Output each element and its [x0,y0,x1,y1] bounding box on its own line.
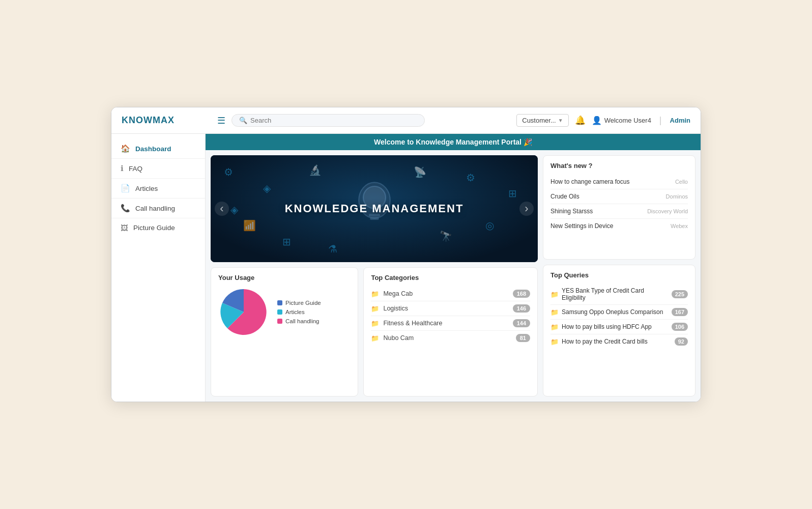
bell-icon[interactable]: 🔔 [575,115,586,126]
top-queries-card: Top Queries 📁 YES Bank Type of Credit Ca… [543,265,695,397]
category-name-0: Mega Cab [383,290,413,297]
category-left-2: 📁 Fitness & Healthcare [371,320,442,327]
legend-dot-articles [277,309,282,315]
articles-icon: 📄 [121,184,130,193]
category-row-3[interactable]: 📁 Nubo Cam 81 [371,331,530,345]
query-badge-3: 92 [675,337,688,346]
whats-new-row-3[interactable]: New Settings in Device Webex [550,219,688,233]
user-info: 👤 Welcome User4 [592,116,651,125]
svg-rect-3 [370,217,379,220]
category-row-0[interactable]: 📁 Mega Cab 168 [371,287,530,301]
main-content: Welcome to Knowledge Management Portal 🎉… [206,134,701,402]
folder-icon-3: 📁 [371,334,379,342]
whats-new-row-0[interactable]: How to change camera focus Cello [550,175,688,189]
logo: KNOWMAX [122,115,203,126]
search-bar[interactable]: 🔍 [231,114,425,127]
folder-icon-1: 📁 [371,305,379,313]
legend-label-call-handling: Call handling [285,318,320,324]
query-folder-icon-2: 📁 [550,323,559,331]
info-icon: ℹ [121,164,124,173]
query-badge-2: 106 [672,323,688,331]
query-badge-0: 225 [672,290,688,298]
phone-icon: 📞 [121,204,130,213]
sidebar-label-call-handling: Call handling [135,205,175,212]
whats-new-item-0: How to change camera focus [550,178,629,185]
menu-icon[interactable]: ☰ [217,115,225,126]
query-row-0[interactable]: 📁 YES Bank Type of Credit Card Eligibili… [550,284,688,305]
query-row-1[interactable]: 📁 Samsung Oppo Oneplus Comparison 167 [550,305,688,320]
usage-legend: Picture Guide Articles Call handling [277,300,321,324]
category-left-1: 📁 Logistics [371,305,408,313]
query-badge-1: 167 [672,308,688,316]
category-name-2: Fitness & Healthcare [383,320,442,327]
whats-new-row-1[interactable]: Crude Oils Dominos [550,189,688,204]
folder-icon-0: 📁 [371,290,379,298]
sidebar-item-dashboard[interactable]: 🏠 Dashboard [111,139,205,159]
sidebar-label-dashboard: Dashboard [135,145,171,153]
search-input[interactable] [250,117,417,124]
user-avatar-icon: 👤 [592,116,602,125]
customer-dropdown[interactable]: Customer... ▼ [516,114,568,127]
sidebar-label-faq: FAQ [129,165,142,173]
legend-dot-call-handling [277,319,282,324]
query-text-1: Samsung Oppo Oneplus Comparison [562,308,663,316]
welcome-text: Welcome User4 [604,117,651,124]
query-row-3[interactable]: 📁 How to pay the Credit Card bills 92 [550,334,688,349]
home-icon: 🏠 [121,144,130,153]
sidebar-label-picture-guide: Picture Guide [133,224,175,232]
admin-label: Admin [670,117,690,124]
folder-icon-2: 📁 [371,320,379,327]
whats-new-item-1: Crude Oils [550,193,579,200]
hero-banner: ⚙ 📶 ◈ ⊞ 🔬 ⚗ 📡 🔭 ⚙ ◎ ⊞ ◈ [211,155,538,262]
hero-prev-button[interactable]: ‹ [215,202,229,216]
sidebar-item-faq[interactable]: ℹ FAQ [111,159,205,179]
legend-item-call-handling: Call handling [277,318,321,324]
app-window: KNOWMAX ☰ 🔍 Customer... ▼ 🔔 👤 Welcome Us… [111,107,701,402]
category-left-0: 📁 Mega Cab [371,290,413,298]
legend-label-picture-guide: Picture Guide [285,300,321,306]
usage-card: Your Usage [211,267,358,397]
legend-item-picture-guide: Picture Guide [277,300,321,306]
sidebar-label-articles: Articles [135,185,158,192]
category-row-1[interactable]: 📁 Logistics 146 [371,301,530,316]
whats-new-source-0: Cello [675,179,688,185]
hero-next-button[interactable]: › [519,202,534,216]
whats-new-title: What's new ? [550,162,688,169]
header-divider: | [659,115,662,126]
legend-dot-picture-guide [277,300,282,305]
usage-chart-area: Picture Guide Articles Call handling [218,287,351,337]
header-right: Customer... ▼ 🔔 👤 Welcome User4 | Admin [516,114,690,127]
bottom-row: Your Usage [211,267,538,397]
category-badge-2: 144 [513,319,530,327]
right-panel: What's new ? How to change camera focus … [543,155,695,397]
query-text-0: YES Bank Type of Credit Card Eligibility [562,287,669,301]
whats-new-item-3: New Settings in Device [550,222,613,230]
sidebar-item-picture-guide[interactable]: 🖼 Picture Guide [111,218,205,237]
sidebar-item-articles[interactable]: 📄 Articles [111,179,205,199]
content-area: ⚙ 📶 ◈ ⊞ 🔬 ⚗ 📡 🔭 ⚙ ◎ ⊞ ◈ [206,150,701,402]
whats-new-item-2: Shining Starsss [550,208,593,215]
picture-icon: 🖼 [121,223,128,232]
category-badge-0: 168 [513,290,530,298]
welcome-banner: Welcome to Knowledge Management Portal 🎉 [206,134,701,150]
top-categories-card: Top Categories 📁 Mega Cab 168 📁 [363,267,538,397]
query-left-0: 📁 YES Bank Type of Credit Card Eligibili… [550,287,669,301]
query-text-2: How to pay bills using HDFC App [562,323,652,330]
category-row-2[interactable]: 📁 Fitness & Healthcare 144 [371,316,530,331]
query-folder-icon-3: 📁 [550,338,559,346]
category-name-3: Nubo Cam [383,334,414,342]
category-badge-1: 146 [513,304,530,313]
query-row-2[interactable]: 📁 How to pay bills using HDFC App 106 [550,320,688,334]
whats-new-card: What's new ? How to change camera focus … [543,155,695,260]
category-badge-3: 81 [516,334,530,342]
top-categories-title: Top Categories [371,274,530,281]
sidebar-item-call-handling[interactable]: 📞 Call handling [111,199,205,218]
usage-title: Your Usage [218,274,351,281]
whats-new-row-2[interactable]: Shining Starsss Discovery World [550,204,688,219]
category-left-3: 📁 Nubo Cam [371,334,414,342]
hero-title: KNOWLEDGE MANAGEMENT [285,202,464,215]
query-folder-icon-0: 📁 [550,291,559,298]
query-text-3: How to pay the Credit Card bills [562,338,648,345]
query-folder-icon-1: 📁 [550,308,559,316]
whats-new-source-2: Discovery World [647,208,688,214]
